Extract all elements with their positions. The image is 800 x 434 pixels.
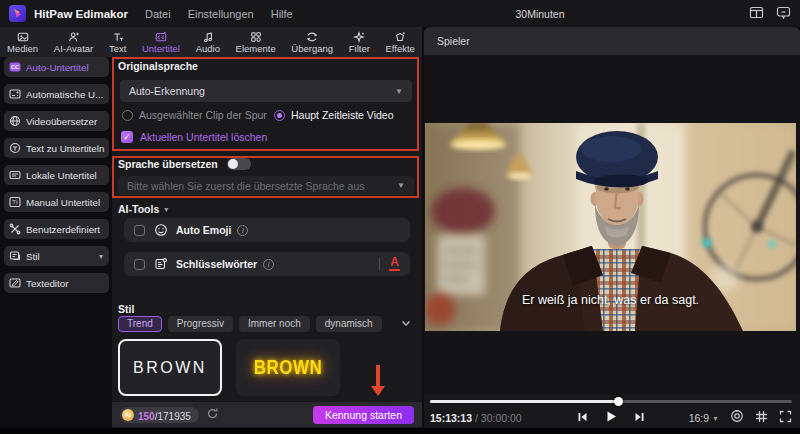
sidebar-item-text-zu-untertiteln[interactable]: Text zu Untertiteln xyxy=(4,138,109,158)
seek-fill xyxy=(430,400,618,403)
checkbox-label: Aktuellen Untertitel löschen xyxy=(140,131,267,143)
tab-untertitel[interactable]: Untertitel xyxy=(139,30,183,55)
panel-footer: AI 150/171935 Kennung starten xyxy=(112,402,422,427)
tab-audio[interactable]: Audio xyxy=(193,30,223,55)
tab-effekte[interactable]: Effekte xyxy=(383,30,418,55)
delete-current-subtitle-checkbox[interactable]: ✓ Aktuellen Untertitel löschen xyxy=(121,131,267,143)
sidebar-item-manual-untertitel[interactable]: Tt Manual Untertitel xyxy=(4,192,109,212)
chevron-down-icon: ▾ xyxy=(99,252,103,261)
menu-datei[interactable]: Datei xyxy=(145,8,171,20)
style-preset-text: BROWN xyxy=(254,356,323,379)
style-preset-text: BROWN xyxy=(133,359,207,377)
tab-uebergang[interactable]: Übergang xyxy=(288,30,336,55)
sidebar-item-auto-untertitel[interactable]: CC Auto-Untertitel xyxy=(4,57,109,77)
radio-selected-clip[interactable]: Ausgewählter Clip der Spur xyxy=(122,109,267,121)
sidebar-item-stil[interactable]: Stil ▾ xyxy=(4,246,109,266)
info-icon[interactable]: i xyxy=(263,259,274,270)
expand-styles-chevron[interactable] xyxy=(400,315,412,333)
translate-toggle[interactable] xyxy=(227,158,251,170)
fullscreen-icon[interactable] xyxy=(779,409,792,427)
seek-bar[interactable] xyxy=(430,397,792,406)
tab-label: Filter xyxy=(349,43,370,54)
tab-label: Elemente xyxy=(236,43,276,54)
annotation-arrow xyxy=(370,365,385,396)
keywords-row[interactable]: Schlüsselwörter i A xyxy=(124,252,410,276)
style-preset-glow[interactable]: BROWN xyxy=(236,339,340,396)
keyword-color-picker[interactable]: A xyxy=(389,257,400,271)
tab-label: Text xyxy=(109,43,126,54)
style-tab-trend[interactable]: Trend xyxy=(118,316,162,332)
info-icon[interactable]: i xyxy=(237,225,248,236)
target-language-placeholder: Bitte wählen Sie zuerst die übersetzte S… xyxy=(127,180,365,192)
app-title: HitPaw Edimakor xyxy=(34,8,128,20)
smiley-icon xyxy=(154,223,168,237)
chevron-down-icon[interactable]: ▾ xyxy=(164,205,168,214)
checkbox-unchecked-icon[interactable] xyxy=(134,225,145,236)
tab-label: Effekte xyxy=(386,43,415,54)
tab-label: AI-Avatar xyxy=(54,43,93,54)
time-display: 15:13:13 / 30:00:00 xyxy=(430,412,522,424)
tab-medien[interactable]: Medien xyxy=(4,30,41,55)
ai-coin-icon: AI xyxy=(122,409,134,421)
chevron-down-icon: ▼ xyxy=(397,181,405,190)
previous-frame-button[interactable] xyxy=(577,409,589,427)
app-logo-icon xyxy=(9,5,26,22)
menu-einstellungen[interactable]: Einstellungen xyxy=(188,8,254,20)
video-frame[interactable]: Er weiß ja nicht, was er da sagt. xyxy=(425,123,796,331)
sidebar-item-videouebersetzer[interactable]: Videoübersetzer xyxy=(4,111,109,131)
feedback-icon[interactable] xyxy=(776,5,791,24)
tab-filter[interactable]: Filter xyxy=(346,30,373,55)
sidebar-item-automatische-u[interactable]: Automatische U... xyxy=(4,84,109,104)
aspect-ratio-value: 16:9 xyxy=(689,412,709,424)
style-tab-dynamisch[interactable]: dynamisch xyxy=(316,316,382,332)
radio-icon xyxy=(122,110,133,121)
grid-icon[interactable] xyxy=(755,409,768,427)
next-frame-button[interactable] xyxy=(634,409,646,427)
titlebar: HitPaw Edimakor Datei Einstellungen Hilf… xyxy=(0,0,800,27)
player-controls: 15:13:13 / 30:00:00 16:9 ▼ xyxy=(430,408,792,428)
current-time: 15:13:13 xyxy=(430,412,472,424)
style-preset-plain[interactable]: BROWN xyxy=(118,339,222,396)
player-viewport: Er weiß ja nicht, was er da sagt. xyxy=(424,55,800,395)
auto-emoji-row[interactable]: Auto Emoji i xyxy=(124,218,410,242)
start-recognition-button[interactable]: Kennung starten xyxy=(313,406,414,424)
tab-text[interactable]: Text xyxy=(106,30,129,55)
layout-panels-icon[interactable] xyxy=(749,5,764,24)
sidebar-item-label: Manual Untertitel xyxy=(26,197,100,208)
feature-tabs: Medien AI-Avatar Text Untertitel Audio E… xyxy=(0,27,422,57)
source-language-value: Auto-Erkennung xyxy=(129,85,205,97)
aspect-ratio-dropdown[interactable]: 16:9 ▼ xyxy=(689,412,719,424)
sidebar-item-lokale-untertitel[interactable]: Lokale Untertitel xyxy=(4,165,109,185)
menu-hilfe[interactable]: Hilfe xyxy=(271,8,293,20)
style-tab-progressiv[interactable]: Progressiv xyxy=(168,316,233,332)
time-separator: / xyxy=(472,412,481,424)
style-tab-immer-noch[interactable]: Immer noch xyxy=(239,316,310,332)
ai-tools-title: AI-Tools xyxy=(118,203,159,215)
tab-label: Medien xyxy=(7,43,38,54)
credits-total: /171935 xyxy=(155,411,191,422)
subtitle-sidebar: CC Auto-Untertitel Automatische U... Vid… xyxy=(4,57,109,428)
ai-credits-pill[interactable]: AI 150/171935 xyxy=(120,407,199,423)
play-button[interactable] xyxy=(605,409,618,427)
player-title: Spieler xyxy=(437,35,470,47)
refresh-icon[interactable] xyxy=(206,406,219,424)
total-time: 30:00:00 xyxy=(481,412,522,424)
bottom-strip xyxy=(0,428,800,434)
tab-ai-avatar[interactable]: AI-Avatar xyxy=(51,30,96,55)
translate-language-title: Sprache übersetzen xyxy=(118,158,218,170)
svg-text:CC: CC xyxy=(11,64,19,70)
target-language-dropdown[interactable]: Bitte wählen Sie zuerst die übersetzte S… xyxy=(118,176,414,195)
tab-elemente[interactable]: Elemente xyxy=(233,30,279,55)
menubar: Datei Einstellungen Hilfe xyxy=(145,8,293,20)
checkbox-unchecked-icon[interactable] xyxy=(134,259,145,270)
sidebar-item-texteditor[interactable]: Texteditor xyxy=(4,273,109,293)
app-window: HitPaw Edimakor Datei Einstellungen Hilf… xyxy=(0,0,800,434)
keywords-icon xyxy=(154,257,168,271)
radio-main-timeline[interactable]: Haupt Zeitleiste Video xyxy=(274,109,394,121)
seek-knob[interactable] xyxy=(614,397,623,406)
source-language-dropdown[interactable]: Auto-Erkennung ▼ xyxy=(120,80,412,102)
sidebar-item-label: Benutzerdefiniert xyxy=(26,224,100,235)
snapshot-icon[interactable] xyxy=(730,409,744,427)
sidebar-item-benutzerdefiniert[interactable]: Benutzerdefiniert xyxy=(4,219,109,239)
original-language-title: Originalsprache xyxy=(118,60,198,72)
